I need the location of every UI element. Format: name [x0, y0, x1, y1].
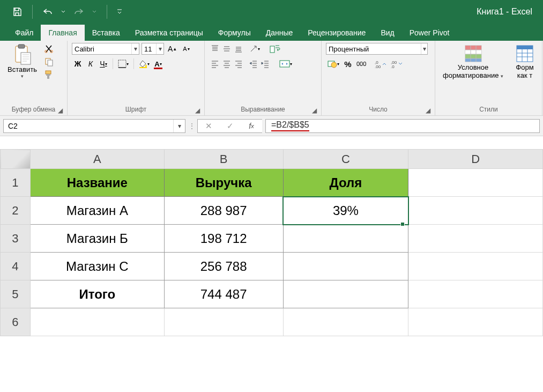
- cell-C2[interactable]: 39%: [283, 197, 408, 225]
- cell-B5[interactable]: 744 487: [164, 280, 283, 308]
- col-header-C[interactable]: C: [283, 150, 408, 169]
- number-launcher[interactable]: ◢: [424, 107, 432, 114]
- align-middle-icon[interactable]: [221, 43, 233, 55]
- cell-D4[interactable]: [408, 253, 543, 280]
- font-size-combo[interactable]: ▾: [142, 43, 164, 55]
- merge-center-icon[interactable]: ▾: [278, 58, 294, 70]
- cancel-formula-icon[interactable]: ✕: [198, 120, 219, 132]
- cell-D6[interactable]: [408, 308, 543, 336]
- qat-customize[interactable]: [115, 4, 124, 19]
- accounting-format-icon[interactable]: ▾: [326, 58, 341, 70]
- formula-bar-splitter[interactable]: ⋮: [189, 122, 194, 130]
- cell-C4[interactable]: [283, 253, 408, 280]
- cell-B2[interactable]: 288 987: [164, 197, 283, 225]
- row-header-5[interactable]: 5: [1, 280, 31, 308]
- cell-D1[interactable]: [408, 169, 543, 197]
- chevron-down-icon[interactable]: ▾: [421, 43, 427, 54]
- chevron-down-icon[interactable]: ▾: [131, 43, 139, 54]
- row-header-1[interactable]: 1: [1, 169, 31, 197]
- row-header-6[interactable]: 6: [1, 308, 31, 336]
- font-size-input[interactable]: [142, 45, 156, 53]
- copy-icon[interactable]: [42, 56, 55, 68]
- font-launcher[interactable]: ◢: [194, 107, 201, 114]
- tab-page-layout[interactable]: Разметка страницы: [128, 25, 211, 41]
- cell-B6[interactable]: [164, 308, 283, 336]
- tab-review[interactable]: Рецензирование: [300, 25, 373, 41]
- formula-bar-input[interactable]: =B2/$B$5: [265, 119, 540, 133]
- tab-insert[interactable]: Вставка: [85, 25, 128, 41]
- cell-A1[interactable]: Название: [30, 169, 164, 197]
- cell-B4[interactable]: 256 788: [164, 253, 283, 280]
- cell-C1[interactable]: Доля: [283, 169, 408, 197]
- decrease-font-icon[interactable]: A▼: [181, 43, 192, 55]
- align-top-icon[interactable]: [209, 43, 221, 55]
- undo-icon[interactable]: [40, 4, 55, 19]
- paste-button[interactable]: Вставить ▾: [4, 43, 40, 80]
- font-name-input[interactable]: [72, 45, 131, 53]
- format-as-table-button[interactable]: Форм как т: [512, 43, 538, 80]
- tab-formulas[interactable]: Формулы: [211, 25, 258, 41]
- cell-A6[interactable]: [30, 308, 164, 336]
- undo-dropdown[interactable]: [58, 4, 68, 19]
- cell-D3[interactable]: [408, 225, 543, 253]
- tab-home[interactable]: Главная: [41, 25, 84, 41]
- increase-font-icon[interactable]: A▲: [166, 43, 178, 55]
- cell-D2[interactable]: [408, 197, 543, 225]
- cell-B1[interactable]: Выручка: [164, 169, 283, 197]
- cut-icon[interactable]: [42, 43, 55, 55]
- cell-C3[interactable]: [283, 225, 408, 253]
- tab-data[interactable]: Данные: [258, 25, 301, 41]
- clipboard-launcher[interactable]: ◢: [56, 107, 64, 114]
- align-bottom-icon[interactable]: [233, 43, 244, 55]
- select-all-corner[interactable]: [1, 150, 31, 169]
- number-format-combo[interactable]: ▾: [326, 43, 428, 55]
- cell-C6[interactable]: [283, 308, 408, 336]
- col-header-D[interactable]: D: [408, 150, 543, 169]
- cell-C5[interactable]: [283, 280, 408, 308]
- increase-decimal-icon[interactable]: ,0,00: [373, 58, 388, 70]
- increase-indent-icon[interactable]: [259, 58, 271, 70]
- spreadsheet-grid[interactable]: A B C D 1 Название Выручка Доля 2 Магази…: [0, 149, 543, 336]
- cell-A3[interactable]: Магазин Б: [30, 225, 164, 253]
- align-center-icon[interactable]: [221, 58, 233, 70]
- align-left-icon[interactable]: [209, 58, 221, 70]
- insert-function-icon[interactable]: fx: [241, 120, 262, 132]
- font-color-icon[interactable]: A▾: [152, 58, 164, 70]
- col-header-A[interactable]: A: [30, 150, 164, 169]
- alignment-launcher[interactable]: ◢: [310, 107, 318, 114]
- cell-A5[interactable]: Итого: [30, 280, 164, 308]
- row-header-3[interactable]: 3: [1, 225, 31, 253]
- name-box[interactable]: ▾: [3, 119, 185, 133]
- cell-A2[interactable]: Магазин А: [30, 197, 164, 225]
- col-header-B[interactable]: B: [164, 150, 283, 169]
- underline-button[interactable]: Ч▾: [98, 58, 109, 70]
- decrease-decimal-icon[interactable]: ,00,0: [389, 58, 404, 70]
- chevron-down-icon[interactable]: ▾: [156, 43, 163, 54]
- tab-file[interactable]: Файл: [8, 25, 41, 41]
- comma-format-icon[interactable]: 000: [355, 58, 368, 70]
- row-header-2[interactable]: 2: [1, 197, 31, 225]
- number-format-input[interactable]: [326, 45, 421, 53]
- bold-button[interactable]: Ж: [72, 58, 84, 70]
- format-painter-icon[interactable]: [42, 69, 55, 80]
- wrap-text-icon[interactable]: [268, 43, 282, 55]
- percent-format-icon[interactable]: %: [342, 58, 354, 70]
- cell-B3[interactable]: 198 712: [164, 225, 283, 253]
- enter-formula-icon[interactable]: ✓: [219, 120, 241, 132]
- decrease-indent-icon[interactable]: [248, 58, 259, 70]
- fill-color-icon[interactable]: ▾: [137, 58, 151, 70]
- name-box-input[interactable]: [4, 122, 173, 130]
- orientation-icon[interactable]: ▾: [248, 43, 262, 55]
- borders-icon[interactable]: ▾: [116, 58, 130, 70]
- cell-A4[interactable]: Магазин С: [30, 253, 164, 280]
- italic-button[interactable]: К: [85, 58, 96, 70]
- conditional-formatting-button[interactable]: Условное форматирование ▾: [440, 43, 507, 80]
- cell-D5[interactable]: [408, 280, 543, 308]
- tab-view[interactable]: Вид: [373, 25, 401, 41]
- row-header-4[interactable]: 4: [1, 253, 31, 280]
- redo-dropdown[interactable]: [90, 4, 99, 19]
- fill-handle[interactable]: [400, 222, 405, 226]
- save-icon[interactable]: [10, 4, 25, 19]
- chevron-down-icon[interactable]: ▾: [173, 120, 185, 132]
- font-name-combo[interactable]: ▾: [72, 43, 139, 55]
